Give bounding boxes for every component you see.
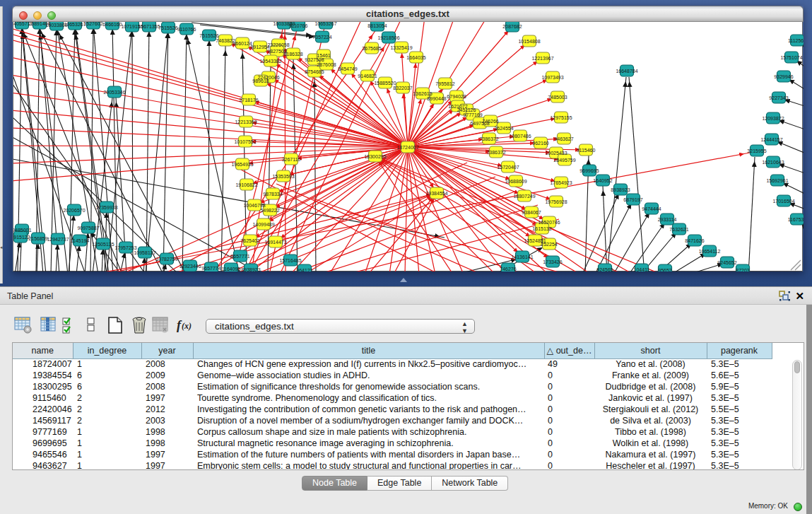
svg-text:8186328: 8186328 <box>283 52 302 57</box>
svg-text:20206570: 20206570 <box>63 208 85 213</box>
svg-text:7515526: 7515526 <box>158 25 177 30</box>
svg-text:9777169: 9777169 <box>463 112 482 117</box>
svg-text:95652: 95652 <box>658 268 672 272</box>
svg-text:3267110: 3267110 <box>282 157 301 162</box>
svg-text:9110766: 9110766 <box>289 23 308 28</box>
svg-text:989618: 989618 <box>252 78 269 83</box>
svg-text:9110766: 9110766 <box>177 27 196 32</box>
svg-text:2933114: 2933114 <box>658 217 677 222</box>
svg-text:2876008: 2876008 <box>317 62 336 67</box>
svg-text:8938923: 8938923 <box>611 187 630 192</box>
svg-text:10543382: 10543382 <box>259 59 281 64</box>
svg-text:9115460: 9115460 <box>577 148 596 153</box>
svg-text:(x): (x) <box>182 321 192 331</box>
svg-text:9245652: 9245652 <box>717 260 736 265</box>
svg-text:13325419: 13325419 <box>390 45 412 50</box>
svg-text:7485003: 7485003 <box>548 95 567 100</box>
svg-text:924565: 924565 <box>596 267 613 272</box>
svg-text:10671355: 10671355 <box>138 24 160 29</box>
svg-text:12213369: 12213369 <box>235 119 257 124</box>
svg-text:15716485: 15716485 <box>279 258 301 263</box>
svg-text:3675685: 3675685 <box>362 46 381 51</box>
svg-text:17359938: 17359938 <box>95 205 117 210</box>
svg-text:19384554: 19384554 <box>425 191 447 196</box>
svg-text:1167531: 1167531 <box>788 217 804 222</box>
svg-text:10154808: 10154808 <box>518 39 540 44</box>
svg-text:2087682: 2087682 <box>502 24 522 29</box>
svg-text:1362615: 1362615 <box>413 91 432 96</box>
svg-text:8322037: 8322037 <box>393 86 412 90</box>
svg-text:17957253: 17957253 <box>114 245 136 250</box>
svg-text:15885520: 15885520 <box>374 81 396 86</box>
svg-text:5498222: 5498222 <box>260 208 279 213</box>
svg-text:2156859: 2156859 <box>28 236 47 241</box>
svg-text:14099489: 14099489 <box>252 222 274 227</box>
svg-text:9384067: 9384067 <box>522 210 541 215</box>
svg-text:7955812: 7955812 <box>435 81 454 86</box>
svg-text:8454749: 8454749 <box>338 66 357 71</box>
svg-text:9485001: 9485001 <box>13 228 32 233</box>
svg-text:7386372: 7386372 <box>486 150 505 155</box>
svg-text:7632621: 7632621 <box>669 227 688 232</box>
svg-text:1112569: 1112569 <box>788 38 804 43</box>
svg-text:10973493: 10973493 <box>541 75 563 80</box>
svg-text:8754685: 8754685 <box>305 69 324 74</box>
svg-text:1145194: 1145194 <box>71 238 90 243</box>
svg-text:17654923: 17654923 <box>550 180 572 185</box>
svg-text:9327508: 9327508 <box>305 57 324 62</box>
svg-text:28495759: 28495759 <box>553 158 575 163</box>
svg-text:10046798: 10046798 <box>243 203 265 208</box>
svg-text:6794028: 6794028 <box>447 94 466 99</box>
svg-text:10025433: 10025433 <box>545 151 567 156</box>
svg-text:1664035: 1664035 <box>406 55 425 60</box>
svg-text:19756928: 19756928 <box>545 199 567 204</box>
svg-text:9474444: 9474444 <box>642 206 661 211</box>
svg-text:9657774: 9657774 <box>201 266 220 271</box>
svg-text:104411: 104411 <box>634 267 650 272</box>
svg-text:18300295: 18300295 <box>364 154 386 159</box>
svg-text:10807486: 10807486 <box>509 134 531 139</box>
svg-text:2718176: 2718176 <box>239 98 258 103</box>
svg-text:1164095: 1164095 <box>222 267 241 271</box>
svg-text:964121: 964121 <box>296 268 312 272</box>
svg-text:3215955: 3215955 <box>747 148 766 153</box>
svg-text:12505135: 12505135 <box>92 242 114 247</box>
svg-text:1640952: 1640952 <box>593 178 612 183</box>
svg-text:1733426: 1733426 <box>543 259 562 264</box>
svg-text:7625402: 7625402 <box>240 238 259 243</box>
svg-text:12213967: 12213967 <box>531 56 553 61</box>
svg-text:10653267: 10653267 <box>314 22 336 26</box>
svg-text:2451126: 2451126 <box>457 107 476 112</box>
svg-text:12444157: 12444157 <box>760 137 782 142</box>
svg-text:18724007: 18724007 <box>396 145 418 150</box>
svg-text:15461: 15461 <box>317 53 331 58</box>
svg-text:18807249: 18807249 <box>513 194 535 199</box>
svg-text:19106822: 19106822 <box>235 182 257 187</box>
svg-text:3624554: 3624554 <box>494 126 513 131</box>
svg-text:8660124: 8660124 <box>233 41 252 46</box>
svg-text:6879197: 6879197 <box>623 197 642 202</box>
svg-text:1615132: 1615132 <box>532 226 551 231</box>
svg-text:16914473: 16914473 <box>264 240 286 245</box>
svg-text:7386372: 7386372 <box>479 136 498 141</box>
svg-text:9657771: 9657771 <box>230 254 249 259</box>
svg-text:10782759: 10782759 <box>155 257 177 262</box>
svg-text:15353593: 15353593 <box>272 174 294 179</box>
svg-text:8813054: 8813054 <box>367 23 387 28</box>
svg-text:3915122: 3915122 <box>13 235 30 240</box>
svg-text:10654112: 10654112 <box>699 249 721 254</box>
svg-text:7515526: 7515526 <box>199 33 218 38</box>
svg-text:16520746: 16520746 <box>538 220 560 225</box>
svg-text:17016504: 17016504 <box>772 199 794 204</box>
svg-text:12093872: 12093872 <box>762 116 784 121</box>
svg-text:12942737: 12942737 <box>47 237 69 242</box>
svg-text:15720407: 15720407 <box>497 165 519 170</box>
svg-text:15692961: 15692961 <box>766 178 788 183</box>
svg-text:10107552: 10107552 <box>234 139 256 144</box>
svg-text:19654935: 19654935 <box>231 162 253 167</box>
svg-text:90975887: 90975887 <box>77 226 99 230</box>
svg-text:9463627: 9463627 <box>554 136 573 141</box>
svg-text:15751074: 15751074 <box>780 55 802 60</box>
svg-text:10653267: 10653267 <box>64 22 86 27</box>
svg-text:19218506: 19218506 <box>377 35 399 40</box>
